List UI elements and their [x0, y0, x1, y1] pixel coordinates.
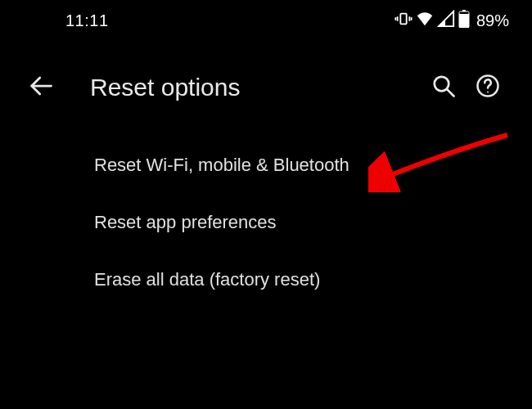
back-arrow-icon: [29, 74, 53, 101]
cellular-signal-icon: [437, 10, 455, 32]
vibrate-icon: [394, 10, 413, 32]
page-title: Reset options: [90, 74, 427, 101]
reset-app-preferences[interactable]: Reset app preferences: [0, 194, 532, 251]
svg-rect-0: [400, 14, 406, 25]
status-time: 11:11: [65, 11, 109, 30]
options-list: Reset Wi-Fi, mobile & Bluetooth Reset ap…: [0, 128, 532, 317]
svg-line-10: [447, 89, 453, 96]
battery-percent: 89%: [476, 11, 509, 30]
erase-all-data[interactable]: Erase all data (factory reset): [0, 251, 532, 308]
search-icon: [431, 74, 456, 101]
wifi-icon: [416, 10, 434, 32]
battery-icon: [458, 10, 470, 32]
search-button[interactable]: [427, 71, 460, 104]
help-button[interactable]: [471, 71, 504, 104]
status-icons: [394, 10, 470, 32]
status-right: 89%: [394, 10, 509, 32]
reset-wifi-mobile-bluetooth[interactable]: Reset Wi-Fi, mobile & Bluetooth: [0, 137, 532, 194]
help-icon: [476, 74, 500, 101]
svg-rect-7: [459, 14, 469, 28]
svg-point-12: [487, 92, 489, 93]
back-button[interactable]: [25, 71, 57, 104]
status-bar: 11:11: [0, 0, 532, 38]
app-header: Reset options: [0, 38, 532, 128]
